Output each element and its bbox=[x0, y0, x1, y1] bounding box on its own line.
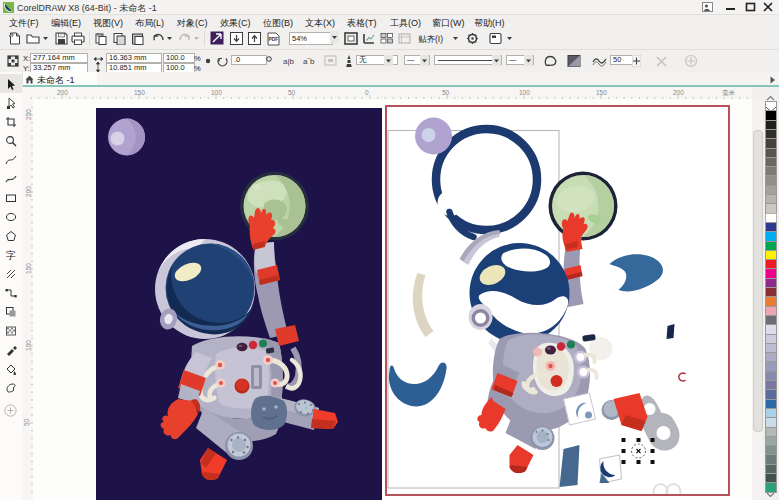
svg-text:a‾b: a‾b bbox=[303, 57, 315, 66]
svg-text:Fa: Fa bbox=[97, 33, 103, 38]
svg-text:a|b: a|b bbox=[283, 57, 295, 66]
svg-text:字: 字 bbox=[6, 250, 16, 261]
svg-text:PDF: PDF bbox=[268, 36, 278, 42]
